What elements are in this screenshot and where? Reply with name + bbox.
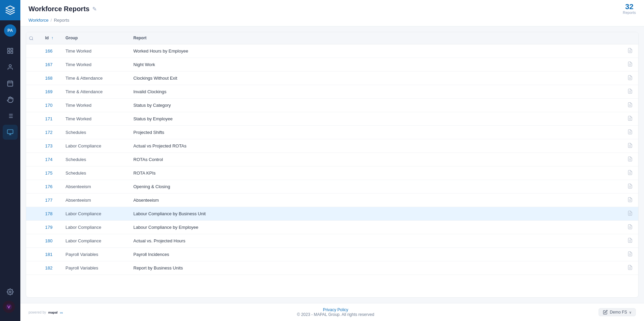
- demo-badge[interactable]: Demo FS ∨: [599, 308, 636, 316]
- sidebar-item-calendar[interactable]: [3, 76, 18, 91]
- table-row[interactable]: 174SchedulesROTAs Control: [26, 153, 638, 166]
- td-group: Time Worked: [60, 112, 128, 125]
- td-report[interactable]: Report by Business Units: [128, 261, 622, 275]
- td-report[interactable]: Invalid Clockings: [128, 85, 622, 98]
- td-doc-icon[interactable]: [622, 193, 638, 207]
- td-doc-icon[interactable]: [622, 71, 638, 85]
- document-icon: [627, 75, 633, 80]
- document-icon: [627, 102, 633, 107]
- td-report[interactable]: ROTAs Control: [128, 153, 622, 166]
- sidebar-item-reports[interactable]: [3, 125, 18, 140]
- table-row[interactable]: 168Time & AttendanceClockings Without Ex…: [26, 71, 638, 85]
- app-logo[interactable]: [0, 0, 20, 20]
- table-row[interactable]: 180Labor ComplianceActual vs. Projected …: [26, 234, 638, 247]
- footer-right: Demo FS ∨: [599, 308, 636, 316]
- user-avatar[interactable]: PA: [4, 24, 16, 37]
- td-doc-icon[interactable]: [622, 207, 638, 220]
- table-row[interactable]: 172SchedulesProjected Shifts: [26, 125, 638, 139]
- td-empty: [26, 44, 40, 58]
- td-doc-icon[interactable]: [622, 153, 638, 166]
- td-report[interactable]: Projected Shifts: [128, 125, 622, 139]
- sidebar-item-dashboard[interactable]: [3, 43, 18, 58]
- table-row[interactable]: 175SchedulesROTA KPIs: [26, 166, 638, 180]
- report-count: 32 Reports: [623, 3, 636, 15]
- td-report[interactable]: Absenteeism: [128, 193, 622, 207]
- table-header-row: Id ↑ Group Report: [26, 32, 638, 44]
- td-id: 179: [40, 220, 60, 234]
- th-id[interactable]: Id ↑: [40, 32, 60, 44]
- td-group: Time & Attendance: [60, 71, 128, 85]
- td-report[interactable]: Payroll Incidences: [128, 247, 622, 261]
- table-row[interactable]: 179Labor ComplianceLabour Compliance by …: [26, 220, 638, 234]
- td-report[interactable]: Clockings Without Exit: [128, 71, 622, 85]
- table-row[interactable]: 173Labor ComplianceActual vs Projected R…: [26, 139, 638, 153]
- td-doc-icon[interactable]: [622, 85, 638, 98]
- td-doc-icon[interactable]: [622, 98, 638, 112]
- sidebar-item-list[interactable]: [3, 108, 18, 123]
- td-doc-icon[interactable]: [622, 261, 638, 275]
- document-icon: [627, 251, 633, 257]
- td-doc-icon[interactable]: [622, 180, 638, 193]
- td-id: 175: [40, 166, 60, 180]
- table-row[interactable]: 181Payroll VariablesPayroll Incidences: [26, 247, 638, 261]
- td-report[interactable]: Night Work: [128, 58, 622, 71]
- sort-asc-icon: ↑: [51, 36, 53, 40]
- table-row[interactable]: 171Time WorkedStatus by Employee: [26, 112, 638, 125]
- td-doc-icon[interactable]: [622, 58, 638, 71]
- svg-text:os: os: [60, 311, 63, 314]
- th-report[interactable]: Report: [128, 32, 622, 44]
- table-row[interactable]: 167Time WorkedNight Work: [26, 58, 638, 71]
- document-icon: [627, 143, 633, 148]
- table-row[interactable]: 170Time WorkedStatus by Category: [26, 98, 638, 112]
- td-doc-icon[interactable]: [622, 112, 638, 125]
- powered-by-text: powered by: [29, 310, 46, 314]
- th-search[interactable]: [26, 32, 40, 44]
- td-doc-icon[interactable]: [622, 44, 638, 58]
- td-report[interactable]: Status by Category: [128, 98, 622, 112]
- td-doc-icon[interactable]: [622, 125, 638, 139]
- breadcrumb-parent[interactable]: Workforce: [29, 18, 49, 23]
- table-row[interactable]: 169Time & AttendanceInvalid Clockings: [26, 85, 638, 98]
- table-row[interactable]: 182Payroll VariablesReport by Business U…: [26, 261, 638, 275]
- td-report[interactable]: Opening & Closing: [128, 180, 622, 193]
- td-id: 167: [40, 58, 60, 71]
- td-report[interactable]: Labour Compliance by Employee: [128, 220, 622, 234]
- td-report[interactable]: ROTA KPIs: [128, 166, 622, 180]
- table-row[interactable]: 176AbsenteeismOpening & Closing: [26, 180, 638, 193]
- document-icon: [627, 197, 633, 202]
- td-report[interactable]: Worked Hours by Employee: [128, 44, 622, 58]
- mapal-badge[interactable]: [3, 301, 15, 313]
- svg-rect-5: [8, 81, 13, 86]
- td-group: Labor Compliance: [60, 220, 128, 234]
- td-group: Time Worked: [60, 44, 128, 58]
- svg-rect-3: [11, 52, 13, 54]
- td-empty: [26, 207, 40, 220]
- td-doc-icon[interactable]: [622, 139, 638, 153]
- td-doc-icon[interactable]: [622, 166, 638, 180]
- td-doc-icon[interactable]: [622, 247, 638, 261]
- td-id: 174: [40, 153, 60, 166]
- td-doc-icon[interactable]: [622, 234, 638, 247]
- td-id: 178: [40, 207, 60, 220]
- table-row[interactable]: 178Labor ComplianceLabour Compliance by …: [26, 207, 638, 220]
- table-row[interactable]: 166Time WorkedWorked Hours by Employee: [26, 44, 638, 58]
- svg-text:mapal: mapal: [48, 310, 58, 314]
- sidebar-item-hand[interactable]: [3, 92, 18, 107]
- th-group[interactable]: Group: [60, 32, 128, 44]
- td-report[interactable]: Labour Compliance by Business Unit: [128, 207, 622, 220]
- td-report[interactable]: Actual vs Projected ROTAs: [128, 139, 622, 153]
- privacy-policy-link[interactable]: Privacy Policy: [323, 307, 348, 312]
- td-group: Labor Compliance: [60, 234, 128, 247]
- td-group: Labor Compliance: [60, 139, 128, 153]
- td-report[interactable]: Status by Employee: [128, 112, 622, 125]
- td-report[interactable]: Actual vs. Projected Hours: [128, 234, 622, 247]
- edit-title-icon[interactable]: ✎: [92, 6, 97, 12]
- reports-table-container: Id ↑ Group Report 166Time WorkedWorked H…: [26, 32, 639, 298]
- table-row[interactable]: 177AbsenteeismAbsenteeism: [26, 193, 638, 207]
- sidebar-item-settings[interactable]: [3, 284, 18, 299]
- sidebar-item-users[interactable]: [3, 60, 18, 75]
- sidebar-nav: [3, 41, 18, 284]
- td-empty: [26, 125, 40, 139]
- td-doc-icon[interactable]: [622, 220, 638, 234]
- td-id: 171: [40, 112, 60, 125]
